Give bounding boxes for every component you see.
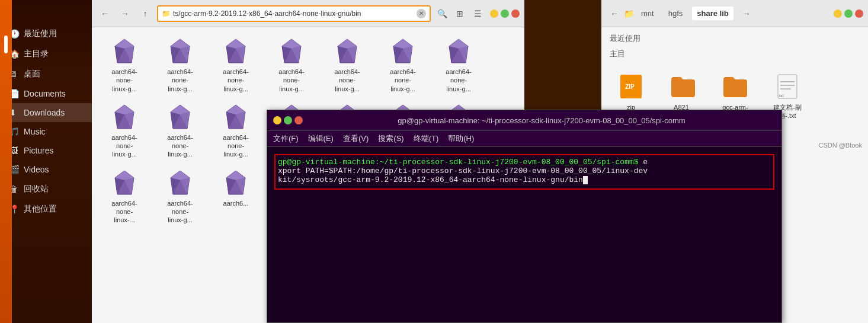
sidebar-item-videos[interactable]: 🎬 Videos bbox=[0, 160, 92, 179]
gem-file-icon bbox=[389, 37, 417, 65]
sidebar-item-desktop[interactable]: 🖥 桌面 bbox=[0, 64, 92, 84]
terminal-minimize[interactable] bbox=[273, 116, 281, 124]
menu-search[interactable]: 搜索(S) bbox=[378, 133, 403, 144]
list-item[interactable]: aarch64-none-linux-g... bbox=[209, 99, 262, 162]
list-item[interactable]: aarch64-none-linux-g... bbox=[153, 99, 207, 162]
back-button[interactable]: ← bbox=[97, 5, 113, 22]
sidebar-label-music: Music bbox=[24, 127, 46, 136]
up-button[interactable]: ↑ bbox=[137, 5, 153, 22]
tab-mnt[interactable]: mnt bbox=[636, 7, 659, 20]
menu-file[interactable]: 文件(F) bbox=[273, 133, 299, 144]
folder-icon: 📁 bbox=[162, 9, 171, 18]
list-item[interactable]: aarch64-none-linux-g... bbox=[98, 33, 151, 97]
file-label: aarch64-none-linux-g... bbox=[223, 68, 248, 93]
list-item[interactable]: aarch64-none-linux-g... bbox=[432, 33, 485, 97]
gem-file-icon bbox=[166, 168, 194, 197]
sidebar-label-desktop: 桌面 bbox=[24, 69, 40, 79]
sidebar-label-videos: Videos bbox=[24, 165, 49, 174]
gem-file-icon bbox=[110, 37, 139, 65]
sidebar-item-home[interactable]: 🏠 主目录 bbox=[0, 44, 92, 64]
taskbar-indicator bbox=[4, 36, 8, 53]
folder-icon bbox=[721, 72, 750, 101]
right-window-controls bbox=[834, 9, 863, 18]
recent-section: 最近使用 主目 bbox=[607, 33, 862, 59]
terminal-maximize[interactable] bbox=[284, 116, 292, 124]
list-item[interactable]: aarch64-none-linux-g... bbox=[98, 99, 151, 162]
right-fm-nav-right[interactable]: → bbox=[738, 5, 755, 22]
address-bar[interactable]: 📁 ts/gcc-arm-9.2-2019.12-x86_64-aarch64-… bbox=[157, 5, 431, 22]
sidebar-item-trash[interactable]: 🗑 回收站 bbox=[0, 179, 92, 199]
sidebar-label-pictures: Pictures bbox=[24, 146, 54, 155]
sidebar-label-home: 主目录 bbox=[24, 49, 49, 59]
fm-toolbar: ← → ↑ 📁 ts/gcc-arm-9.2-2019.12-x86_64-aa… bbox=[92, 0, 524, 27]
sidebar-label-downloads: Downloads bbox=[24, 108, 65, 117]
sidebar-item-documents[interactable]: 📄 Documents bbox=[0, 84, 92, 103]
list-item[interactable]: aarch64-none-linux-g... bbox=[209, 33, 262, 97]
svg-text:ZIP: ZIP bbox=[625, 84, 635, 90]
gem-file-icon bbox=[110, 103, 139, 131]
list-item[interactable]: aarch64-none-linux-g... bbox=[376, 33, 430, 97]
list-item[interactable]: aarch64-none-linux-... bbox=[98, 165, 151, 228]
tab-sharelib[interactable]: share lib bbox=[692, 7, 733, 20]
forward-button[interactable]: → bbox=[117, 5, 133, 22]
list-item[interactable]: aarch64-none-linux-g... bbox=[153, 165, 207, 228]
gem-file-icon bbox=[277, 37, 306, 65]
file-label: aarch6... bbox=[223, 199, 249, 207]
sidebar-item-downloads[interactable]: ⬇ Downloads bbox=[0, 103, 92, 122]
close-button[interactable] bbox=[511, 9, 520, 18]
folder-icon bbox=[669, 72, 697, 101]
search-button[interactable]: 🔍 bbox=[434, 6, 450, 21]
maximize-button[interactable] bbox=[501, 9, 509, 18]
list-item[interactable]: aarch6... bbox=[209, 165, 262, 228]
terminal-titlebar: gp@gp-virtual-machine: ~/ti-processor-sd… bbox=[267, 110, 781, 130]
view-toggle-button[interactable]: ⊞ bbox=[452, 6, 467, 21]
gem-file-icon bbox=[166, 103, 194, 131]
terminal-input-area[interactable]: gp@gp-virtual-machine:~/ti-processor-sdk… bbox=[274, 154, 774, 190]
menu-help[interactable]: 帮助(H) bbox=[448, 133, 474, 144]
file-label: aarch64-none-linux-g... bbox=[446, 68, 471, 93]
gem-file-icon bbox=[333, 37, 361, 65]
sidebar-item-other[interactable]: 📍 其他位置 bbox=[0, 199, 92, 219]
file-label: aarch64-none-linux-g... bbox=[111, 68, 137, 93]
file-label: aarch64-none-linux-g... bbox=[167, 68, 193, 93]
menu-button[interactable]: ☰ bbox=[470, 6, 485, 21]
right-fm-back[interactable]: ← bbox=[606, 5, 623, 22]
file-label: aarch64-none-linux-g... bbox=[167, 199, 193, 225]
file-label: aarch64-none-linux-g... bbox=[111, 133, 137, 159]
terminal-window: gp@gp-virtual-machine: ~/ti-processor-sd… bbox=[267, 110, 782, 323]
minimize-button[interactable] bbox=[490, 9, 498, 18]
gem-file-icon bbox=[222, 103, 250, 131]
list-item[interactable]: aarch64-none-linux-g... bbox=[153, 33, 207, 97]
gem-file-icon bbox=[222, 37, 250, 65]
terminal-body[interactable]: gp@gp-virtual-machine:~/ti-processor-sdk… bbox=[267, 147, 781, 322]
terminal-prompt: gp@gp-virtual-machine:~/ti-processor-sdk… bbox=[278, 158, 639, 167]
file-label: aarch64-none-linux-g... bbox=[390, 68, 415, 93]
tab-hgfs[interactable]: hgfs bbox=[664, 7, 688, 20]
file-label: aarch64-none-linux-g... bbox=[167, 133, 193, 159]
list-item[interactable]: aarch64-none-linux-g... bbox=[265, 33, 318, 97]
menu-terminal[interactable]: 终端(T) bbox=[414, 133, 439, 144]
sidebar-item-pictures[interactable]: 🖼 Pictures bbox=[0, 141, 92, 160]
right-maximize-button[interactable] bbox=[844, 9, 853, 18]
terminal-cursor bbox=[583, 176, 588, 184]
right-minimize-button[interactable] bbox=[834, 9, 842, 18]
zip-icon: ZIP bbox=[617, 72, 645, 101]
sidebar-item-music[interactable]: 🎵 Music bbox=[0, 122, 92, 141]
folder-nav-icon[interactable]: 📁 bbox=[624, 9, 634, 18]
list-item[interactable]: aarch64-none-linux-g... bbox=[321, 33, 374, 97]
menu-edit[interactable]: 编辑(E) bbox=[308, 133, 334, 144]
file-label: aarch64-none-linux-g... bbox=[334, 68, 360, 93]
sidebar-label-trash: 回收站 bbox=[24, 184, 49, 194]
right-close-button[interactable] bbox=[855, 9, 863, 18]
sidebar-label-documents: Documents bbox=[24, 89, 66, 98]
fm-right-toolbar: ← 📁 mnt hgfs share lib → bbox=[601, 0, 868, 27]
taskbar bbox=[0, 0, 12, 323]
gem-file-icon bbox=[110, 168, 139, 197]
close-tab-button[interactable]: ✕ bbox=[417, 9, 426, 18]
gem-file-icon bbox=[444, 37, 473, 65]
sidebar-item-recent[interactable]: 🕐 最近使用 bbox=[0, 24, 92, 44]
terminal-window-controls bbox=[273, 116, 303, 124]
fm-right-nav: ← 📁 bbox=[606, 5, 634, 22]
terminal-close[interactable] bbox=[294, 116, 303, 124]
menu-view[interactable]: 查看(V) bbox=[343, 133, 369, 144]
